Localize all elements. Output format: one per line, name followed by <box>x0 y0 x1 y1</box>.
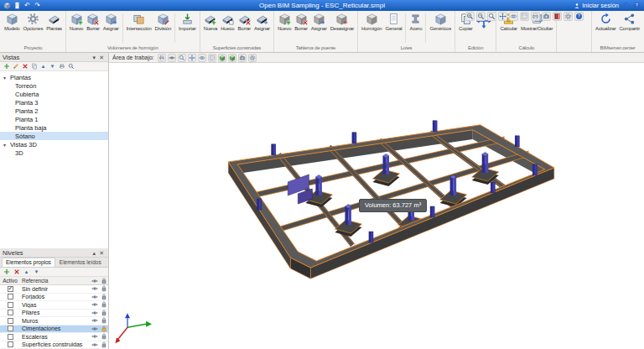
manual-icon[interactable] <box>553 12 562 21</box>
table-row[interactable]: Superficies construidas <box>0 341 108 349</box>
lote-acero-button[interactable]: Acero <box>408 12 423 32</box>
volumen-asignar-button[interactable]: Asignar <box>101 12 121 32</box>
pan-icon[interactable] <box>188 54 196 62</box>
tablero-asignar-button[interactable]: Asignar <box>309 12 329 32</box>
snapshot-icon[interactable] <box>238 54 247 62</box>
tree-item-sotano[interactable]: Sótano <box>0 132 108 140</box>
plantas-button[interactable]: Plantas <box>44 12 64 32</box>
visibility-icon[interactable] <box>90 333 99 340</box>
visibility-icon[interactable] <box>90 310 99 316</box>
table-row[interactable]: Forjados <box>0 294 108 302</box>
lote-hormigon-button[interactable]: Hormigón <box>360 12 383 32</box>
lock-icon[interactable] <box>99 285 108 292</box>
view-settings-icon[interactable] <box>248 54 257 62</box>
zoom-extents-icon[interactable] <box>178 54 186 62</box>
panel-collapse-icon[interactable]: ▴ <box>91 249 98 257</box>
table-row[interactable]: Pilares <box>0 310 108 318</box>
print-view-icon[interactable] <box>58 63 65 70</box>
edit-view-icon[interactable] <box>12 63 19 70</box>
table-row[interactable]: Sin definir <box>0 285 108 294</box>
lote-general-button[interactable]: General <box>384 12 404 32</box>
help-icon[interactable] <box>633 2 641 9</box>
panel-menu-icon[interactable]: ▾ <box>91 54 98 61</box>
undo-icon[interactable]: ↶ <box>23 2 31 9</box>
tree-item-torreon[interactable]: Torreón <box>0 81 108 90</box>
tablero-borrar-button[interactable]: Borrar <box>293 12 309 32</box>
bimserver-icon[interactable] <box>622 2 630 9</box>
activo-checkbox[interactable] <box>8 318 13 324</box>
volumen-nuevo-button[interactable]: Nuevo <box>68 12 85 32</box>
superficie-borrar-button[interactable]: Borrar <box>236 12 252 32</box>
tab-elementos-leidos[interactable]: Elementos leídos <box>55 258 106 267</box>
activo-checkbox[interactable] <box>8 310 13 315</box>
table-row[interactable]: Escaleras <box>0 333 108 341</box>
visibility-icon[interactable] <box>90 294 99 300</box>
volumen-borrar-button[interactable]: Borrar <box>85 12 101 32</box>
tree-item-plantabaja[interactable]: Planta baja <box>0 123 108 132</box>
visibility-icon[interactable] <box>90 285 99 292</box>
lock-icon[interactable] <box>99 294 108 300</box>
zoom-in-icon[interactable] <box>465 12 475 21</box>
hueco-button[interactable]: Hueco <box>219 12 236 32</box>
expander-icon[interactable]: ▾ <box>3 142 10 148</box>
table-row-cimentaciones[interactable]: Cimentaciones <box>0 326 108 334</box>
settings-icon[interactable] <box>564 12 573 21</box>
tree-group-plantas[interactable]: ▾ Plantas <box>0 73 108 81</box>
add-row-icon[interactable] <box>3 268 10 276</box>
tree-item-planta1[interactable]: Planta 1 <box>0 115 108 123</box>
expander-icon[interactable]: ▾ <box>3 75 10 81</box>
move-down-icon[interactable]: ▼ <box>49 63 56 70</box>
duplicate-view-icon[interactable] <box>30 63 38 70</box>
lock-icon[interactable] <box>99 326 108 332</box>
modelo-button[interactable]: Modelo <box>3 12 21 32</box>
activo-checkbox[interactable] <box>8 326 13 331</box>
lote-genericos-button[interactable]: Genéricos <box>428 12 453 32</box>
tablero-nuevo-button[interactable]: Nuevo <box>276 12 293 32</box>
preview-icon[interactable] <box>168 54 176 62</box>
superficie-nueva-button[interactable]: Nueva <box>202 12 219 32</box>
visibility-icon[interactable] <box>90 317 99 324</box>
activo-checkbox[interactable] <box>8 286 13 292</box>
lock-icon[interactable] <box>99 301 108 308</box>
activo-checkbox[interactable] <box>8 334 13 340</box>
delete-row-icon[interactable] <box>13 268 20 276</box>
tree-group-vistas3d[interactable]: ▾ Vistas 3D <box>0 140 108 148</box>
visibility-icon[interactable] <box>90 341 99 348</box>
zoom-out-icon[interactable] <box>476 12 486 21</box>
panel-close-icon[interactable]: ✕ <box>97 54 106 61</box>
print-icon[interactable] <box>531 12 540 21</box>
move-row-up-icon[interactable]: ▲ <box>23 268 30 276</box>
pan-icon[interactable] <box>498 12 507 21</box>
opciones-button[interactable]: Opciones <box>21 12 44 32</box>
superficie-asignar-button[interactable]: Asignar <box>252 12 272 32</box>
orbit-icon[interactable] <box>509 12 518 21</box>
compartir-button[interactable]: Compartir <box>617 12 641 32</box>
move-row-down-icon[interactable]: ▼ <box>33 268 40 276</box>
tree-item-3d[interactable]: 3D <box>0 148 108 157</box>
activo-checkbox[interactable] <box>8 302 13 308</box>
interseccion-button[interactable]: Intersección <box>125 12 153 32</box>
search-view-icon[interactable] <box>67 63 75 70</box>
redo-icon[interactable]: ↷ <box>34 2 41 9</box>
lock-icon[interactable] <box>99 317 108 324</box>
new-view-icon[interactable] <box>3 63 10 70</box>
tree-item-cubierta[interactable]: Cubierta <box>0 90 108 98</box>
activo-checkbox[interactable] <box>8 294 13 300</box>
grid-icon[interactable] <box>208 54 216 62</box>
tree-item-planta3[interactable]: Planta 3 <box>0 98 108 107</box>
orbit-icon[interactable] <box>198 54 206 62</box>
help-icon[interactable] <box>574 12 584 21</box>
print-icon[interactable] <box>158 54 166 62</box>
panel-close-icon[interactable]: ✕ <box>97 249 106 257</box>
login-button[interactable]: Iniciar sesión <box>574 2 619 9</box>
lock-icon[interactable] <box>99 310 108 316</box>
lock-icon[interactable] <box>99 333 108 340</box>
importar-button[interactable]: Importar <box>177 12 198 32</box>
visibility-icon[interactable] <box>90 326 99 332</box>
save-icon[interactable] <box>13 2 21 9</box>
lock-icon[interactable] <box>99 341 108 348</box>
visibility-icon[interactable] <box>90 301 99 308</box>
actualizar-button[interactable]: Actualizar <box>594 12 617 32</box>
table-row[interactable]: Vigas <box>0 301 108 310</box>
delete-view-icon[interactable] <box>21 63 29 70</box>
